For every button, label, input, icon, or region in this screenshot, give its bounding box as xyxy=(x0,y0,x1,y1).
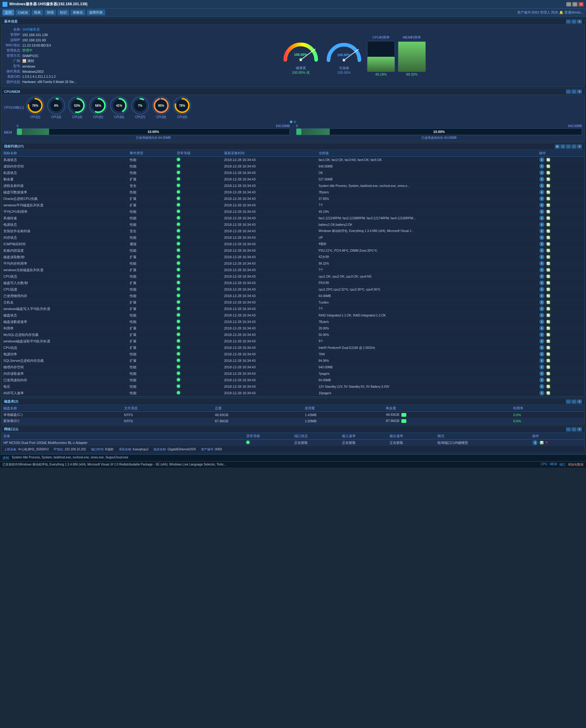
ind-chart-btn[interactable]: 📈 xyxy=(546,177,551,182)
maximize-button[interactable]: □ xyxy=(572,2,577,6)
menu-item-CMDB[interactable]: CMDB xyxy=(16,9,30,16)
ind-info-btn[interactable]: ℹ xyxy=(539,378,544,383)
ind-chart-btn[interactable]: 📈 xyxy=(546,190,551,194)
net-expand-btn[interactable]: □ xyxy=(571,427,577,432)
expand-cpu-btn[interactable]: □ xyxy=(571,89,577,94)
ind-chart-btn[interactable]: 📈 xyxy=(546,183,551,188)
init-data-btn[interactable]: 初始化数据 xyxy=(568,462,584,467)
collapse-btn[interactable]: ─ xyxy=(566,20,571,24)
ind-info-btn[interactable]: ℹ xyxy=(539,345,544,350)
ind-chart-btn[interactable]: 📈 xyxy=(546,319,551,324)
ind-chart-btn[interactable]: 📈 xyxy=(546,345,551,350)
ind-chart-btn[interactable]: 📈 xyxy=(546,313,551,318)
ind-info-btn[interactable]: ℹ xyxy=(539,358,544,363)
ind-info-btn[interactable]: ℹ xyxy=(539,164,544,169)
menu-item-报表[interactable]: 报表 xyxy=(31,9,43,16)
page-dot-1[interactable] xyxy=(290,121,292,123)
ind-info-btn[interactable]: ℹ xyxy=(539,267,544,272)
ind-info-btn[interactable]: ℹ xyxy=(539,300,544,305)
ind-info-btn[interactable]: ℹ xyxy=(539,235,544,240)
ind-info-btn[interactable]: ℹ xyxy=(539,241,544,246)
ind-chart-btn[interactable]: 📈 xyxy=(546,255,551,259)
ind-info-btn[interactable]: ℹ xyxy=(539,293,544,298)
ind-chart-btn[interactable]: 📈 xyxy=(546,365,551,369)
menu-item-监控[interactable]: 监控 xyxy=(2,9,14,16)
ind-info-btn[interactable]: ℹ xyxy=(539,365,544,369)
ind-chart-btn[interactable]: 📈 xyxy=(546,326,551,331)
ind-info-btn[interactable]: ℹ xyxy=(539,332,544,337)
minimize-button[interactable]: ─ xyxy=(566,2,571,6)
ind-info-btn[interactable]: ℹ xyxy=(539,222,544,227)
ind-info-btn[interactable]: ℹ xyxy=(539,280,544,285)
ind-info-btn[interactable]: ℹ xyxy=(539,255,544,259)
menu-item-快报[interactable]: 快报 xyxy=(45,9,56,16)
disk-collapse-btn[interactable]: ─ xyxy=(566,399,571,404)
menu-item-体验化[interactable]: 体验化 xyxy=(70,9,86,16)
ind-chart-btn[interactable]: 📈 xyxy=(546,170,551,175)
ind-chart-btn[interactable]: 📈 xyxy=(546,216,551,220)
ind-chart-btn[interactable]: 📈 xyxy=(546,391,551,395)
disk-close-btn[interactable]: ✕ xyxy=(577,399,582,404)
ind-chart-btn[interactable]: 📈 xyxy=(546,235,551,240)
ind-info-btn[interactable]: ℹ xyxy=(539,326,544,331)
ind-info-btn[interactable]: ℹ xyxy=(539,352,544,357)
ind-info-btn[interactable]: ℹ xyxy=(539,229,544,234)
ind-info-btn[interactable]: ℹ xyxy=(539,190,544,194)
ind-chart-btn[interactable]: 📈 xyxy=(546,222,551,227)
page-dot-2[interactable] xyxy=(294,121,296,123)
net-collapse-btn[interactable]: ─ xyxy=(566,427,571,432)
ind-chart-btn[interactable]: 📈 xyxy=(546,157,551,162)
net-info-btn[interactable]: ℹ xyxy=(533,440,538,445)
ind-info-btn[interactable]: ℹ xyxy=(539,183,544,188)
net-delete-btn[interactable]: ✕ xyxy=(545,441,548,444)
ind-info-btn[interactable]: ℹ xyxy=(539,287,544,292)
ind-chart-btn[interactable]: 📈 xyxy=(546,287,551,292)
ind-chart-btn[interactable]: 📈 xyxy=(546,261,551,266)
menu-item-知识[interactable]: 知识 xyxy=(57,9,69,16)
close-button[interactable]: ✕ xyxy=(579,2,584,6)
disk-expand-btn[interactable]: □ xyxy=(571,399,577,404)
ind-info-btn[interactable]: ℹ xyxy=(539,157,544,162)
ind-chart-btn[interactable]: 📈 xyxy=(546,332,551,337)
expand-btn[interactable]: □ xyxy=(571,20,577,24)
ind-list-btn[interactable]: ≡ xyxy=(560,145,565,149)
ind-chart-btn[interactable]: 📈 xyxy=(546,248,551,253)
ind-info-btn[interactable]: ℹ xyxy=(539,203,544,208)
ind-chart-btn[interactable]: 📈 xyxy=(546,241,551,246)
ind-info-btn[interactable]: ℹ xyxy=(539,313,544,318)
mem-tab[interactable]: MEM xyxy=(550,462,557,467)
ind-info-btn[interactable]: ℹ xyxy=(539,248,544,253)
ind-chart-btn[interactable]: 📈 xyxy=(546,274,551,279)
ind-info-btn[interactable]: ℹ xyxy=(539,196,544,201)
ind-chart-btn[interactable]: 📈 xyxy=(546,229,551,234)
ind-view-btn[interactable]: ⊞ xyxy=(555,145,560,149)
ind-info-btn[interactable]: ℹ xyxy=(539,306,544,311)
ind-close-btn[interactable]: ✕ xyxy=(577,145,582,149)
ind-chart-btn[interactable]: 📈 xyxy=(546,352,551,357)
ind-chart-btn[interactable]: 📈 xyxy=(546,164,551,169)
ind-chart-btn[interactable]: 📈 xyxy=(546,358,551,363)
ind-collapse-btn[interactable]: ─ xyxy=(566,145,571,149)
ind-chart-btn[interactable]: 📈 xyxy=(546,196,551,201)
ind-chart-btn[interactable]: 📈 xyxy=(546,378,551,383)
ind-info-btn[interactable]: ℹ xyxy=(539,177,544,182)
net-close-btn[interactable]: ✕ xyxy=(577,427,582,432)
close-section-btn[interactable]: ✕ xyxy=(577,20,582,24)
ind-chart-btn[interactable]: 📈 xyxy=(546,203,551,208)
ind-info-btn[interactable]: ℹ xyxy=(539,319,544,324)
collapse-cpu-btn[interactable]: ─ xyxy=(566,89,571,94)
ind-info-btn[interactable]: ℹ xyxy=(539,371,544,376)
ind-chart-btn[interactable]: 📈 xyxy=(546,293,551,298)
ind-chart-btn[interactable]: 📈 xyxy=(546,384,551,389)
ind-chart-btn[interactable]: 📈 xyxy=(546,339,551,344)
close-cpu-btn[interactable]: ✕ xyxy=(577,89,582,94)
network-tab[interactable]: 端口 xyxy=(559,462,566,467)
ind-info-btn[interactable]: ℹ xyxy=(539,209,544,214)
ind-chart-btn[interactable]: 📈 xyxy=(546,267,551,272)
ind-info-btn[interactable]: ℹ xyxy=(539,391,544,395)
cpu-tab[interactable]: CPU xyxy=(541,462,547,467)
ind-info-btn[interactable]: ℹ xyxy=(539,261,544,266)
ind-chart-btn[interactable]: 📈 xyxy=(546,300,551,305)
ind-info-btn[interactable]: ℹ xyxy=(539,384,544,389)
ind-chart-btn[interactable]: 📈 xyxy=(546,371,551,376)
